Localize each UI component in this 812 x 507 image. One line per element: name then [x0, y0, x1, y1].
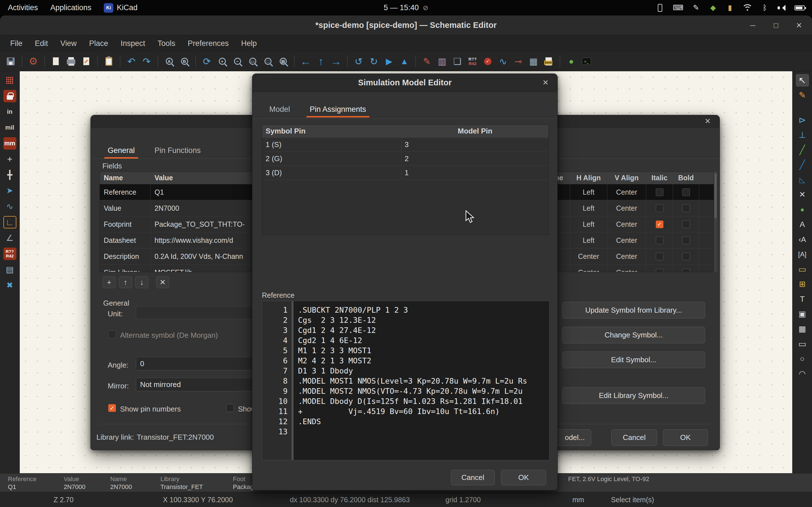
- fields-col-v-align[interactable]: V Align: [607, 172, 646, 184]
- undo-icon[interactable]: ↶: [124, 55, 138, 68]
- field-cell[interactable]: [673, 248, 699, 264]
- vpn-shield-icon[interactable]: ◆: [709, 2, 717, 13]
- fields-col-name[interactable]: Name: [100, 172, 151, 184]
- pen-icon[interactable]: ✎: [692, 2, 700, 13]
- zoom-selection-icon[interactable]: ▦: [276, 55, 290, 68]
- volume-icon[interactable]: [777, 2, 786, 13]
- menu-preferences[interactable]: Preferences: [182, 35, 235, 52]
- edit-text-properties-icon[interactable]: ✎: [420, 55, 434, 68]
- sim-dialog-close-icon[interactable]: ✕: [540, 77, 551, 89]
- zoom-objects-icon[interactable]: □: [261, 55, 274, 68]
- col-model-pin[interactable]: Model Pin: [402, 125, 548, 137]
- field-cell[interactable]: [646, 248, 673, 264]
- unit-input[interactable]: [136, 306, 268, 319]
- rotate-ccw-icon[interactable]: ↺: [352, 55, 365, 68]
- page-settings-icon[interactable]: [49, 55, 63, 68]
- select-icon[interactable]: ↖: [796, 74, 809, 87]
- field-cell[interactable]: Center: [607, 216, 646, 232]
- zoom-in-icon[interactable]: +: [215, 55, 229, 68]
- cursor-full-crosshair-icon[interactable]: ╋: [3, 169, 16, 181]
- field-cell[interactable]: [646, 184, 673, 200]
- field-cell[interactable]: Center: [570, 265, 607, 272]
- field-cell[interactable]: [699, 184, 714, 200]
- field-cell[interactable]: Center: [570, 248, 607, 264]
- grid-visibility-icon[interactable]: [3, 74, 16, 87]
- bold-checkbox[interactable]: [682, 205, 690, 212]
- menu-tools[interactable]: Tools: [151, 35, 182, 52]
- sim-cancel-button[interactable]: Cancel: [451, 470, 495, 485]
- units-mm-icon[interactable]: mm: [3, 137, 16, 150]
- bold-checkbox[interactable]: [682, 237, 690, 244]
- find-replace-icon[interactable]: B: [177, 55, 191, 68]
- delete-field-button[interactable]: ✕: [156, 276, 169, 288]
- field-cell[interactable]: Left: [570, 184, 607, 200]
- assign-footprints-icon[interactable]: ❏: [451, 55, 464, 68]
- clock-menu[interactable]: 5 — 15:40 ⊘: [384, 0, 428, 15]
- pin-row-1-s[interactable]: 1 (S)3: [262, 138, 548, 152]
- zoom-out-icon[interactable]: −: [231, 55, 244, 68]
- hierarchy-navigator-icon[interactable]: ▤: [3, 263, 16, 276]
- tab-pin-functions[interactable]: Pin Functions: [151, 142, 204, 159]
- sheet-icon[interactable]: ▭: [796, 263, 809, 276]
- italic-checkbox[interactable]: [656, 188, 663, 196]
- change-symbol-button[interactable]: Change Symbol...: [562, 327, 705, 343]
- show-hidden-pins-icon[interactable]: ➤: [3, 184, 16, 197]
- textbox-icon[interactable]: ▣: [796, 308, 809, 320]
- move-field-up-button[interactable]: ↑: [119, 276, 132, 288]
- add-field-button[interactable]: +: [103, 276, 116, 288]
- cursor-shape-icon[interactable]: +: [3, 153, 16, 165]
- redo-icon[interactable]: ↷: [140, 55, 153, 68]
- fields-col-bold[interactable]: Bold: [673, 172, 699, 184]
- close-button[interactable]: ✕: [793, 19, 805, 32]
- draw-wire-icon[interactable]: ╱: [796, 144, 809, 156]
- menu-help[interactable]: Help: [235, 35, 263, 52]
- field-cell[interactable]: [673, 265, 699, 272]
- bold-checkbox[interactable]: [682, 188, 690, 196]
- find-icon[interactable]: A: [162, 55, 176, 68]
- symbol-dialog-close-icon[interactable]: ✕: [702, 116, 713, 127]
- system-tray[interactable]: ⌨✎◆▮ᛒ: [656, 0, 812, 15]
- sheet-pin-icon[interactable]: ⊞: [796, 278, 809, 290]
- menu-file[interactable]: File: [4, 35, 29, 52]
- grid-snap-lock-icon[interactable]: [3, 90, 16, 102]
- model-pin-cell[interactable]: 1: [402, 166, 548, 180]
- no-connect-icon[interactable]: ✕: [796, 188, 809, 201]
- applications-menu[interactable]: Applications: [50, 3, 92, 12]
- units-inches-icon[interactable]: in: [3, 106, 16, 118]
- mirror-select[interactable]: Not mirrored: [136, 378, 268, 391]
- field-cell[interactable]: Footprint: [100, 216, 151, 232]
- field-cell[interactable]: [699, 248, 714, 264]
- plugins-icon[interactable]: ●: [564, 55, 578, 68]
- field-cell[interactable]: Center: [607, 184, 646, 200]
- fields-table-scrollbar[interactable]: [714, 172, 717, 272]
- rotate-cw-icon[interactable]: ↻: [367, 55, 380, 68]
- plot-icon[interactable]: [80, 55, 93, 68]
- indicator-icon[interactable]: ▮: [726, 2, 734, 13]
- active-app-menu[interactable]: Ki KiCad: [104, 3, 138, 13]
- show-pin-numbers-checkbox[interactable]: [108, 404, 116, 412]
- pin-row-3-d[interactable]: 3 (D)1: [262, 166, 548, 180]
- symbol-library-icon[interactable]: ▥: [435, 55, 449, 68]
- sim-probe-icon[interactable]: ⊸: [511, 55, 525, 68]
- symbol-fields-table-icon[interactable]: ▦: [527, 55, 540, 68]
- minimize-button[interactable]: ─: [747, 19, 759, 32]
- italic-checkbox[interactable]: [656, 269, 663, 272]
- symbol-pin-cell[interactable]: 3 (D): [262, 166, 402, 180]
- net-label-icon[interactable]: A: [796, 218, 809, 231]
- col-symbol-pin[interactable]: Symbol Pin: [262, 125, 402, 137]
- bluetooth-icon[interactable]: ᛒ: [761, 2, 769, 13]
- field-cell[interactable]: Center: [607, 232, 646, 248]
- refresh-icon[interactable]: ⟳: [200, 55, 214, 68]
- mirror-horizontal-icon[interactable]: ▶: [382, 55, 396, 68]
- alternate-symbol-checkbox[interactable]: [108, 330, 116, 338]
- field-cell[interactable]: Reference: [100, 184, 151, 200]
- wifi-icon[interactable]: [743, 2, 752, 13]
- symbol-pin-cell[interactable]: 2 (G): [262, 152, 402, 166]
- phone-icon[interactable]: [656, 2, 664, 13]
- wire-mode-icon[interactable]: ∠: [3, 232, 16, 244]
- maximize-button[interactable]: □: [770, 19, 782, 32]
- sim-workbook-icon[interactable]: ∿: [3, 200, 16, 213]
- pin-row-2-g[interactable]: 2 (G)2: [262, 152, 548, 166]
- window-titlebar[interactable]: *spice-demo [spice-demo] — Schematic Edi…: [0, 15, 812, 35]
- field-cell[interactable]: Value: [100, 200, 151, 216]
